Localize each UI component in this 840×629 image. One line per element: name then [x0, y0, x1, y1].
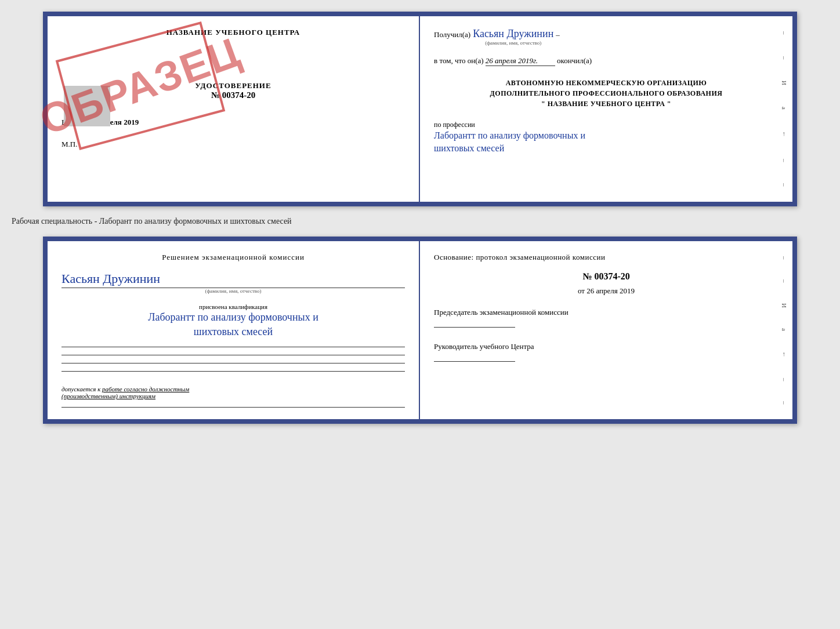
sidebar-char-a: а — [781, 107, 788, 110]
b-sidebar-char-i: И — [781, 303, 788, 308]
profession-line2: шихтовых смесей — [434, 142, 779, 155]
resheniem-label: Решением экзаменационной комиссии — [162, 253, 305, 261]
bottom-document: Решением экзаменационной комиссии Касьян… — [43, 237, 797, 424]
osnovanie-label: Основание: протокол экзаменационной коми… — [434, 253, 605, 261]
okonchil-label: окончил(а) — [557, 56, 592, 65]
org-line2: ДОПОЛНИТЕЛЬНОГО ПРОФЕССИОНАЛЬНОГО ОБРАЗО… — [434, 88, 779, 99]
underline3 — [61, 362, 405, 363]
completion-date: 26 апреля 2019г. — [486, 56, 555, 66]
prisvoena-block: присвоена квалификация Лаборантт по анал… — [61, 303, 405, 339]
poluchil-line: Получил(а) Касьян Дружинин (фамилия, имя… — [434, 28, 779, 46]
sidebar-char-3: – — [781, 159, 788, 162]
bottom-doc-right: Основание: протокол экзаменационной коми… — [420, 241, 792, 419]
bottom-doc-left: Решением экзаменационной комиссии Касьян… — [48, 241, 420, 419]
sidebar-char-i: И — [781, 81, 788, 85]
udost-number: № 00374-20 — [61, 90, 405, 100]
fio-sublabel: (фамилия, имя, отчество) — [473, 40, 553, 46]
rukovoditel-block: Руководитель учебного Центра — [434, 341, 779, 362]
po-professii-block: по профессии Лаборантт по анализу формов… — [434, 121, 779, 155]
predsedatel-block: Председатель экзаменационной комиссии — [434, 307, 779, 328]
dopuskaetsya-text: работе согласно должностным — [102, 386, 189, 392]
top-title: НАЗВАНИЕ УЧЕБНОГО ЦЕНТРА — [61, 28, 405, 37]
osnovanie-block: Основание: протокол экзаменационной коми… — [434, 253, 779, 262]
recipient-name: Касьян Дружинин — [473, 28, 553, 40]
underline4 — [61, 370, 405, 372]
bottom-right-sidebar: – – И а ← – – — [776, 241, 792, 419]
qual-line1: Лаборантт по анализу формовочных и — [61, 310, 405, 325]
org-block: АВТОНОМНУЮ НЕКОММЕРЧЕСКУЮ ОРГАНИЗАЦИЮ ДО… — [434, 78, 779, 109]
sidebar-char-1: – — [781, 31, 788, 35]
b-sidebar-char-a: а — [781, 328, 788, 331]
vydano-block: Выдано 26 апреля 2019 — [61, 118, 405, 127]
bottom-fio-sub: (фамилия, имя, отчество) — [61, 288, 405, 294]
b-sidebar-char-1: – — [781, 256, 788, 260]
b-sidebar-char-2: – — [781, 279, 788, 283]
mp-block: М.П. — [61, 140, 405, 149]
udost-block: УДОСТОВЕРЕНИЕ № 00374-20 — [61, 81, 405, 100]
resheniem-block: Решением экзаменационной комиссии — [61, 253, 405, 262]
top-doc-left: НАЗВАНИЕ УЧЕБНОГО ЦЕНТРА ОБРАЗЕЦ УДОСТОВ… — [48, 16, 420, 202]
top-doc-right: Получил(а) Касьян Дружинин (фамилия, имя… — [420, 16, 792, 202]
photo-placeholder — [64, 86, 110, 126]
bottom-name: Касьян Дружинин — [61, 271, 160, 286]
protocol-number: № 00374-20 — [434, 271, 779, 282]
poluchil-label: Получил(а) — [434, 30, 470, 39]
po-professii-label: по профессии — [434, 121, 779, 129]
specialty-line: Рабочая специальность - Лаборант по анал… — [12, 217, 766, 226]
org-line3: " НАЗВАНИЕ УЧЕБНОГО ЦЕНТРА " — [434, 99, 779, 109]
vtom-label: в том, что он(а) — [434, 56, 484, 65]
udost-label: УДОСТОВЕРЕНИЕ — [61, 81, 405, 90]
profession-line1: Лаборантт по анализу формовочных и — [434, 129, 779, 142]
rukovoditel-signature-line — [434, 361, 515, 362]
sidebar-char-arrow: ← — [781, 131, 788, 137]
dopuskaetsya-prefix: допускается к — [61, 386, 102, 392]
ot-date: 26 апреля 2019 — [586, 286, 635, 295]
top-document: НАЗВАНИЕ УЧЕБНОГО ЦЕНТРА ОБРАЗЕЦ УДОСТОВ… — [43, 12, 797, 206]
rukovoditel-label: Руководитель учебного Центра — [434, 342, 534, 351]
prisvoena-label: присвоена квалификация — [61, 303, 405, 310]
name-block-bottom: Касьян Дружинин (фамилия, имя, отчество) — [61, 271, 405, 294]
org-line1: АВТОНОМНУЮ НЕКОММЕРЧЕСКУЮ ОРГАНИЗАЦИЮ — [434, 78, 779, 88]
sidebar-char-4: – — [781, 183, 788, 187]
predsedatel-label: Председатель экзаменационной комиссии — [434, 308, 569, 317]
ot-label: от — [578, 286, 585, 295]
sidebar-char-2: – — [781, 56, 788, 60]
mp-text: М.П. — [61, 140, 77, 148]
b-sidebar-char-3: – — [781, 378, 788, 381]
predsedatel-signature-line — [434, 327, 515, 328]
b-sidebar-char-arrow: ← — [781, 351, 788, 358]
underline1 — [61, 346, 405, 347]
underline5 — [61, 406, 405, 408]
dopuskaetsya-text2: (производственным) инструкциям — [61, 392, 155, 399]
underline2 — [61, 354, 405, 355]
b-sidebar-char-4: – — [781, 401, 788, 405]
dopuskaetsya-block: допускается к работе согласно должностны… — [61, 386, 405, 399]
ot-date-block: от 26 апреля 2019 — [434, 286, 779, 296]
vtom-line: в том, что он(а) 26 апреля 2019г. окончи… — [434, 56, 779, 66]
qual-line2: шихтовых смесей — [61, 325, 405, 339]
right-sidebar: – – И а ← – – — [776, 16, 792, 202]
